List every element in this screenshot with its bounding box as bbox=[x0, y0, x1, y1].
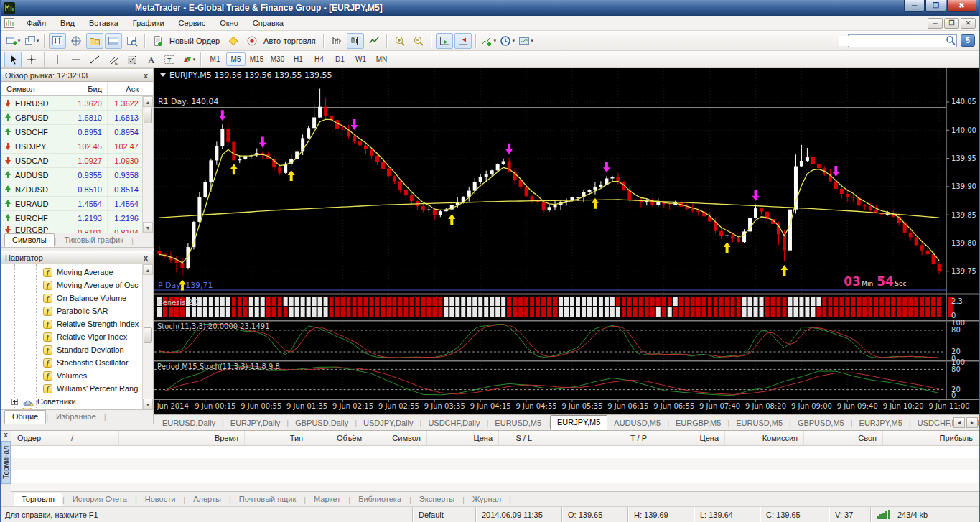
menu-item[interactable]: Справка bbox=[246, 17, 291, 29]
close-icon[interactable]: x bbox=[142, 71, 149, 80]
column-header[interactable]: Объём bbox=[309, 431, 368, 445]
strategy-tester-button[interactable] bbox=[123, 33, 141, 49]
chart-tab[interactable]: EURJPY,M5 bbox=[550, 415, 607, 430]
menu-item[interactable]: Вид bbox=[53, 17, 82, 29]
navigator-button[interactable] bbox=[86, 33, 103, 49]
terminal-tab[interactable]: Алерты bbox=[185, 493, 229, 506]
market-watch-row[interactable]: USDCAD1.09271.0930 bbox=[1, 154, 153, 168]
column-header[interactable]: T / P bbox=[538, 431, 653, 445]
mdi-minimize-button[interactable]: ─ bbox=[928, 18, 943, 29]
indicators-button[interactable]: ▾ bbox=[480, 33, 498, 49]
navigator-indicator-item[interactable]: fMoving Average bbox=[1, 266, 153, 279]
zoom-out-button[interactable] bbox=[410, 33, 427, 49]
terminal-tab[interactable]: Журнал bbox=[465, 493, 509, 506]
chevron-down-icon[interactable]: ▾ bbox=[493, 38, 496, 44]
column-header[interactable]: Время bbox=[119, 431, 245, 445]
navigator-indicator-item[interactable]: fMoving Average of Osc bbox=[1, 279, 153, 292]
navigator-indicator-item[interactable]: fStandard Deviation bbox=[1, 343, 153, 356]
menu-item[interactable]: Сервис bbox=[172, 17, 213, 29]
timeframe-m5-button[interactable]: M5 bbox=[226, 52, 246, 66]
navigator-indicator-item[interactable]: fStochastic Oscillator bbox=[1, 356, 153, 369]
chart-tab[interactable]: EURUSD,M5 bbox=[729, 416, 789, 430]
chart-tab[interactable]: GBPUSD,M5 bbox=[791, 416, 851, 430]
price-chart[interactable]: 140.05140.00139.95139.90139.85139.80139.… bbox=[154, 68, 979, 414]
market-watch-row[interactable]: USDJPY102.45102.47 bbox=[1, 139, 153, 154]
close-icon[interactable]: x bbox=[4, 431, 8, 439]
column-header[interactable]: Символ bbox=[1, 82, 67, 95]
chevron-down-icon[interactable]: ▾ bbox=[193, 57, 196, 62]
scroll-up-icon[interactable]: ▲ bbox=[143, 264, 153, 275]
autotrade-label[interactable]: Авто-торговля bbox=[263, 37, 316, 45]
market-watch-row[interactable]: NZDUSD0.85100.8514 bbox=[1, 182, 153, 197]
vline-button[interactable] bbox=[49, 52, 66, 67]
menu-item[interactable]: Файл bbox=[19, 17, 53, 29]
tab-tick-chart[interactable]: Тиковый график bbox=[56, 233, 131, 247]
search-input[interactable] bbox=[839, 36, 945, 46]
column-header[interactable]: Ордер/ bbox=[11, 431, 119, 445]
column-header[interactable]: Прибыль bbox=[883, 431, 979, 445]
chart-candles-button[interactable] bbox=[347, 33, 364, 49]
terminal-tab[interactable]: Почтовый ящик bbox=[231, 493, 304, 506]
tab-common[interactable]: Общие bbox=[4, 410, 46, 424]
market-watch-row[interactable]: EURGBP0.81010.8104 bbox=[1, 225, 153, 233]
metaeditor-button[interactable] bbox=[225, 33, 242, 49]
zoom-in-button[interactable] bbox=[391, 33, 409, 49]
pointer-button[interactable] bbox=[4, 52, 22, 67]
scroll-down-icon[interactable]: ▼ bbox=[143, 222, 153, 233]
chevron-down-icon[interactable]: ▾ bbox=[37, 38, 39, 44]
timeframe-w1-button[interactable]: W1 bbox=[351, 52, 370, 66]
expand-icon[interactable] bbox=[11, 399, 18, 405]
column-header[interactable]: Тип bbox=[245, 431, 309, 445]
chart-tab[interactable]: USDJPY,Daily bbox=[357, 416, 420, 430]
new-order-button[interactable] bbox=[149, 33, 167, 49]
column-header[interactable]: Цена bbox=[653, 431, 725, 445]
new-chart-button[interactable]: ▾ bbox=[4, 33, 22, 49]
timeframe-d1-button[interactable]: D1 bbox=[330, 52, 350, 66]
autoscroll-button[interactable] bbox=[436, 33, 453, 49]
chart-tab[interactable]: EURJPY,M5 bbox=[853, 416, 909, 430]
navigator-scrollbar[interactable]: ▲ ▼ bbox=[142, 264, 153, 409]
scroll-thumb[interactable] bbox=[144, 327, 152, 343]
timeframe-mn-button[interactable]: MN bbox=[372, 52, 391, 66]
minimize-button[interactable]: ─ bbox=[904, 0, 925, 12]
column-header[interactable]: Символ bbox=[368, 431, 427, 445]
autotrade-button[interactable] bbox=[243, 33, 261, 49]
navigator-indicator-item[interactable]: fRelative Vigor Index bbox=[1, 330, 153, 343]
navigator-indicator-item[interactable]: fRelative Strength Index bbox=[1, 317, 153, 330]
notifications-badge[interactable]: 5 bbox=[961, 34, 975, 47]
timeframe-m15-button[interactable]: M15 bbox=[247, 52, 266, 66]
navigator-custom-indicators-group[interactable]: fПользовательские Инд bbox=[1, 408, 153, 409]
mdi-close-button[interactable]: ✕ bbox=[961, 18, 976, 29]
chart-shift-button[interactable] bbox=[454, 33, 472, 49]
search-icon[interactable] bbox=[945, 34, 956, 47]
restore-button[interactable]: ❐ bbox=[925, 0, 946, 12]
timeframe-h1-button[interactable]: H1 bbox=[289, 52, 308, 66]
chart-tab[interactable]: USDCHF,Daily bbox=[421, 416, 486, 430]
market-watch-scrollbar[interactable]: ▲ ▼ bbox=[142, 96, 153, 233]
column-header[interactable]: Комиссия bbox=[725, 431, 804, 445]
tab-favorites[interactable]: Избранное bbox=[48, 410, 104, 424]
scroll-down-icon[interactable]: ▼ bbox=[143, 399, 153, 409]
chart-tab[interactable]: EURJPY,Daily bbox=[224, 416, 287, 430]
crosshair-button[interactable] bbox=[23, 52, 40, 67]
scroll-thumb[interactable] bbox=[144, 108, 152, 123]
close-button[interactable]: ✖ bbox=[947, 0, 976, 12]
column-header[interactable]: Цена bbox=[427, 431, 499, 445]
navigator-indicator-item[interactable]: fOn Balance Volume bbox=[1, 292, 153, 304]
chart-tab[interactable]: AUDUSD,M5 bbox=[607, 416, 667, 430]
status-profile[interactable]: Default bbox=[412, 507, 475, 522]
column-header[interactable]: S / L bbox=[499, 431, 538, 445]
timeframe-m1-button[interactable]: M1 bbox=[205, 52, 225, 66]
scroll-left-icon[interactable]: ◄ bbox=[953, 417, 965, 428]
market-watch-row[interactable]: EURUSD1.36201.3622 bbox=[1, 96, 153, 111]
timeframe-m30-button[interactable]: M30 bbox=[268, 52, 287, 66]
channel-button[interactable]: E bbox=[105, 52, 122, 67]
chart-bars-button[interactable] bbox=[328, 33, 345, 49]
terminal-tab[interactable]: История Счета bbox=[65, 493, 135, 506]
label-button[interactable]: T bbox=[161, 52, 178, 67]
market-watch-button[interactable] bbox=[49, 33, 66, 49]
new-order-label[interactable]: Новый Ордер bbox=[169, 37, 220, 45]
terminal-tab[interactable]: Библиотека bbox=[350, 493, 409, 506]
navigator-experts-group[interactable]: Советники bbox=[1, 395, 153, 408]
menu-item[interactable]: Вставка bbox=[82, 17, 126, 29]
